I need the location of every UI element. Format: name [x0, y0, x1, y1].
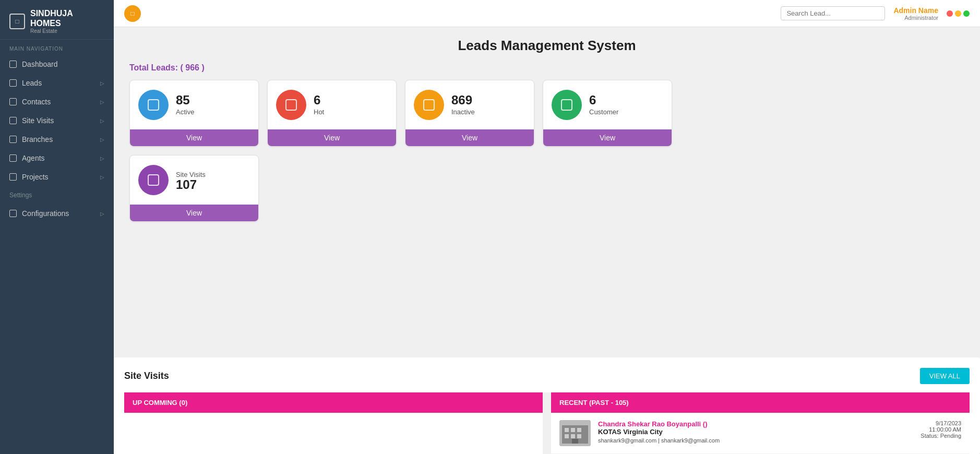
search-input[interactable] — [781, 6, 885, 20]
recent-item-info: Chandra Shekar Rao Boyanpalli () KOTAS V… — [598, 420, 913, 444]
configurations-icon — [9, 210, 17, 217]
sidebar-item-label-dashboard: Dashboard — [22, 60, 58, 68]
active-view-button[interactable]: View — [130, 129, 258, 146]
logo-sub: HOMES — [30, 18, 73, 28]
active-label: Active — [176, 108, 194, 116]
admin-name: Admin Name — [893, 6, 938, 15]
sidebar-item-dashboard[interactable]: Dashboard — [0, 55, 114, 74]
sidebar-item-site-visits[interactable]: Site Visits ▷ — [0, 111, 114, 130]
site-visits-stat-number: 107 — [176, 178, 206, 191]
stat-card-body-active: 85 Active — [130, 80, 258, 129]
active-number: 85 — [176, 94, 194, 106]
sidebar-item-contacts[interactable]: Contacts ▷ — [0, 92, 114, 111]
sidebar-item-configurations[interactable]: Configurations ▷ — [0, 204, 114, 223]
recent-item-name: Chandra Shekar Rao Boyanpalli () — [598, 420, 913, 428]
site-visits-cards-grid: Site Visits 107 View — [129, 155, 964, 222]
sidebar-logo: □ SINDHUJA HOMES Real Estate — [0, 0, 114, 40]
window-controls — [947, 10, 970, 17]
page-title: Leads Management System — [129, 38, 964, 54]
stats-cards-grid: 85 Active View 6 Hot View — [129, 80, 964, 147]
sidebar-item-label-agents: Agents — [22, 154, 45, 162]
menu-button[interactable]: □ — [124, 5, 141, 22]
recent-item-date: 9/17/2023 — [921, 420, 961, 426]
projects-arrow-icon: ▷ — [100, 174, 104, 180]
sidebar-section-label: MAIN NAVIGATION — [0, 40, 114, 55]
projects-icon — [9, 173, 17, 181]
stat-card-inactive: 869 Inactive View — [405, 80, 534, 147]
sidebar-item-label-branches: Branches — [22, 135, 53, 144]
agents-arrow-icon: ▷ — [100, 156, 104, 161]
logo-name: SINDHUJA — [30, 8, 73, 18]
view-all-button[interactable]: VIEW ALL — [920, 368, 970, 384]
inactive-label: Inactive — [451, 108, 475, 116]
hot-label: Hot — [314, 108, 324, 116]
site-visits-section-title: Site Visits — [124, 371, 169, 381]
recent-column: RECENT (PAST - 105) — [551, 392, 970, 454]
window-minimize-button[interactable] — [955, 10, 961, 17]
svg-rect-6 — [571, 434, 575, 438]
site-visits-circle-icon — [148, 174, 159, 186]
site-visits-icon — [9, 117, 17, 124]
col-divider — [543, 392, 551, 454]
recent-header: RECENT (PAST - 105) — [551, 392, 970, 413]
stat-card-site-visits: Site Visits 107 View — [129, 155, 259, 222]
branches-icon — [9, 136, 17, 143]
stat-card-body-hot: 6 Hot — [268, 80, 396, 129]
building-svg — [559, 420, 591, 446]
hot-circle-icon — [285, 99, 297, 111]
recent-item-meta: 9/17/2023 11:00:00 AM Status: Pending — [921, 420, 961, 439]
inactive-stat-info: 869 Inactive — [451, 94, 475, 116]
recent-item: Chandra Shekar Rao Boyanpalli () KOTAS V… — [551, 413, 970, 454]
menu-icon-symbol: □ — [130, 10, 134, 17]
admin-role: Administrator — [893, 15, 938, 21]
site-visits-stat-view-button[interactable]: View — [130, 205, 258, 221]
stat-card-customer: 6 Customer View — [543, 80, 672, 147]
hot-stat-info: 6 Hot — [314, 94, 324, 116]
content-area: Leads Management System Total Leads: ( 9… — [114, 27, 980, 342]
svg-rect-2 — [565, 428, 569, 432]
recent-item-emails: shankark9@gmail.com | shankark9@gmail.co… — [598, 437, 913, 444]
sidebar-item-label-leads: Leads — [22, 79, 42, 87]
logo-tagline: Real Estate — [30, 28, 73, 34]
window-maximize-button[interactable] — [963, 10, 970, 17]
recent-item-place: KOTAS Virginia City — [598, 428, 913, 436]
active-stat-info: 85 Active — [176, 94, 194, 116]
svg-rect-7 — [577, 434, 581, 438]
contacts-arrow-icon: ▷ — [100, 99, 104, 105]
main-content: □ Admin Name Administrator Leads Managem… — [114, 0, 980, 454]
section-gap — [114, 342, 980, 352]
stat-card-body-site-visits: Site Visits 107 — [130, 156, 258, 205]
svg-rect-3 — [571, 428, 575, 432]
branches-arrow-icon: ▷ — [100, 137, 104, 142]
window-close-button[interactable] — [947, 10, 953, 17]
logo-icon: □ — [9, 14, 25, 29]
recent-email2: shankark9@gmail.com — [661, 437, 720, 444]
sidebar-item-label-configurations: Configurations — [22, 209, 69, 218]
topbar-right: Admin Name Administrator — [781, 6, 970, 21]
leads-icon — [9, 79, 17, 87]
leads-arrow-icon: ▷ — [100, 80, 104, 86]
configurations-arrow-icon: ▷ — [100, 211, 104, 217]
customer-view-button[interactable]: View — [543, 129, 672, 146]
settings-label: Settings — [0, 186, 114, 204]
svg-rect-4 — [577, 428, 581, 432]
sidebar-item-label-contacts: Contacts — [22, 98, 51, 106]
hot-view-button[interactable]: View — [268, 129, 396, 146]
site-visits-circle — [138, 165, 169, 195]
customer-stat-info: 6 Customer — [589, 94, 618, 116]
active-circle — [138, 90, 169, 120]
sidebar-item-leads[interactable]: Leads ▷ — [0, 74, 114, 92]
agents-icon — [9, 154, 17, 162]
admin-info: Admin Name Administrator — [893, 6, 938, 21]
recent-item-image — [559, 420, 591, 446]
inactive-view-button[interactable]: View — [405, 129, 534, 146]
customer-label: Customer — [589, 108, 618, 116]
customer-number: 6 — [589, 94, 618, 106]
sidebar-item-branches[interactable]: Branches ▷ — [0, 130, 114, 149]
sidebar-item-projects[interactable]: Projects ▷ — [0, 168, 114, 186]
sidebar-item-agents[interactable]: Agents ▷ — [0, 149, 114, 168]
site-visits-arrow-icon: ▷ — [100, 118, 104, 124]
svg-rect-5 — [565, 434, 569, 438]
recent-item-status: Status: Pending — [921, 433, 961, 439]
contacts-icon — [9, 98, 17, 105]
